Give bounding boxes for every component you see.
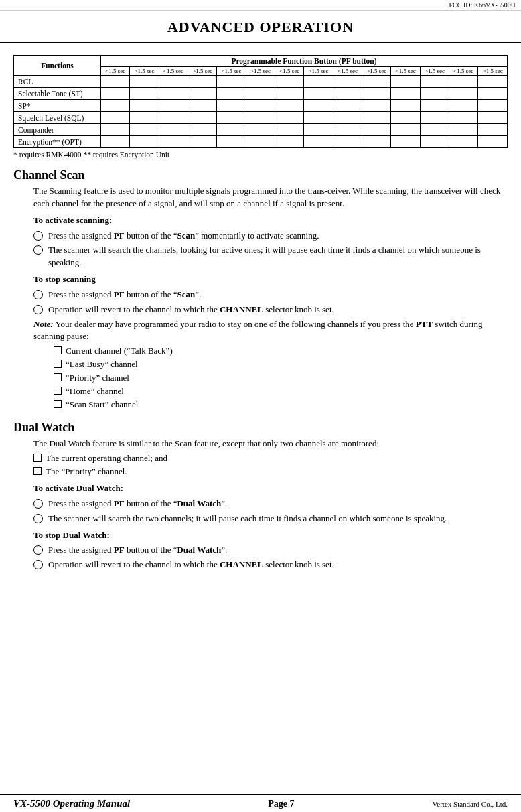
note-item-5: “Scan Start” channel — [54, 399, 508, 411]
table-cell — [391, 112, 420, 124]
sub-h-4: >1.5 sec — [188, 67, 217, 76]
page-title-text: Advanced Operation — [167, 19, 354, 36]
stop-bullet-2: Operation will revert to the channel to … — [33, 303, 508, 316]
table-cell — [362, 112, 391, 124]
checkbox-3 — [54, 373, 62, 381]
sub-h-10: >1.5 sec — [362, 67, 391, 76]
sub-h-14: >1.5 sec — [478, 67, 508, 76]
table-cell — [130, 100, 159, 112]
dual-watch-intro: The Dual Watch feature is similar to the… — [33, 437, 508, 450]
table-cell — [188, 112, 217, 124]
dual-watch-title: Dual Watch — [13, 421, 508, 435]
table-cell — [391, 136, 420, 148]
table-cell — [478, 76, 508, 88]
table-cell — [304, 100, 333, 112]
note-item-3: “Priority” channel — [54, 372, 508, 385]
table-cell — [420, 136, 449, 148]
table-cell — [449, 112, 478, 124]
note-item-2: “Last Busy” channel — [54, 358, 508, 371]
table-cell — [217, 124, 246, 136]
table-cell — [391, 88, 420, 100]
table-cell — [275, 100, 304, 112]
table-row-label: Selectable Tone (ST) — [14, 88, 101, 100]
table-cell — [130, 124, 159, 136]
table-cell — [101, 88, 130, 100]
table-cell — [101, 124, 130, 136]
table-cell — [275, 124, 304, 136]
table-row-label: Compander — [14, 124, 101, 136]
table-cell — [246, 88, 275, 100]
table-cell — [304, 88, 333, 100]
dw-intro-item-2-text: The “Priority” channel. — [46, 466, 127, 478]
dw-intro-item-1-text: The current operating channel; and — [46, 452, 167, 465]
table-cell — [101, 100, 130, 112]
page-title: Advanced Operation — [0, 11, 521, 43]
table-cell — [333, 88, 362, 100]
table-cell — [304, 136, 333, 148]
table-row-label: RCL — [14, 76, 101, 88]
dw-circle-1 — [33, 499, 43, 509]
table-cell — [449, 124, 478, 136]
table-cell — [217, 112, 246, 124]
dw-stop-1-text: Press the assigned PF button of the “Dua… — [48, 544, 508, 557]
table-cell — [391, 124, 420, 136]
dw-stop-1: Press the assigned PF button of the “Dua… — [33, 544, 508, 557]
stop-bullet-1: Press the assigned PF button of the “Sca… — [33, 289, 508, 301]
sub-h-7: <1.5 sec — [275, 67, 304, 76]
activate-bullet-1-text: Press the assigned PF button of the “Sca… — [48, 230, 508, 243]
channel-scan-title: Channel Scan — [13, 168, 508, 182]
dw-stop-title: To stop Dual Watch: — [33, 529, 508, 542]
table-cell — [275, 76, 304, 88]
table-row: Encryption** (OPT) — [14, 136, 508, 148]
table-cell — [275, 136, 304, 148]
dw-stop-2: Operation will revert to the channel to … — [33, 559, 508, 571]
note-items: Current channel (“Talk Back”) “Last Busy… — [54, 345, 508, 411]
table-cell — [449, 136, 478, 148]
table-header-pf: Programmable Function Button (PF button) — [101, 56, 508, 67]
table-row: Selectable Tone (ST) — [14, 88, 508, 100]
table-row-label: Encryption** (OPT) — [14, 136, 101, 148]
table-cell — [159, 76, 188, 88]
footer-page-number: Page 7 — [268, 799, 294, 809]
sub-h-13: <1.5 sec — [449, 67, 478, 76]
dw-activate-title: To activate Dual Watch: — [33, 482, 508, 495]
table-note: * requires RMK-4000 ** requires Encrypti… — [13, 151, 508, 159]
activate-bullet-2: The scanner will search the channels, lo… — [33, 244, 508, 269]
table-cell — [478, 124, 508, 136]
fcc-id-bar: FCC ID: K66VX-5500U — [0, 0, 521, 11]
table-cell — [217, 136, 246, 148]
sub-h-9: <1.5 sec — [333, 67, 362, 76]
table-cell — [159, 112, 188, 124]
table-cell — [275, 112, 304, 124]
dw-circle-2 — [33, 514, 43, 523]
table-cell — [420, 88, 449, 100]
table-cell — [478, 88, 508, 100]
table-cell — [275, 88, 304, 100]
table-cell — [420, 76, 449, 88]
stop-circle-2 — [33, 305, 43, 314]
table-row: SP* — [14, 100, 508, 112]
dw-intro-item-2: The “Priority” channel. — [33, 466, 508, 478]
dw-intro-item-1: The current operating channel; and — [33, 452, 508, 465]
note-line: Note: Your dealer may have programmed yo… — [33, 318, 508, 344]
page-footer: VX-5500 Operating Manual Page 7 Vertex S… — [0, 794, 521, 812]
table-cell — [130, 88, 159, 100]
table-cell — [304, 124, 333, 136]
sub-h-11: <1.5 sec — [391, 67, 420, 76]
note-item-2-text: “Last Busy” channel — [66, 358, 138, 371]
table-cell — [101, 76, 130, 88]
table-cell — [188, 100, 217, 112]
table-cell — [188, 124, 217, 136]
table-cell — [217, 100, 246, 112]
dw-stop-circle-1 — [33, 545, 43, 555]
dw-stop-2-text: Operation will revert to the channel to … — [48, 559, 508, 571]
table-cell — [159, 124, 188, 136]
table-row: RCL — [14, 76, 508, 88]
note-item-1-text: Current channel (“Talk Back”) — [66, 345, 173, 358]
table-cell — [362, 124, 391, 136]
table-row-label: Squelch Level (SQL) — [14, 112, 101, 124]
dual-watch-body: The Dual Watch feature is similar to the… — [33, 437, 508, 572]
table-cell — [391, 100, 420, 112]
table-cell — [217, 76, 246, 88]
table-cell — [159, 100, 188, 112]
